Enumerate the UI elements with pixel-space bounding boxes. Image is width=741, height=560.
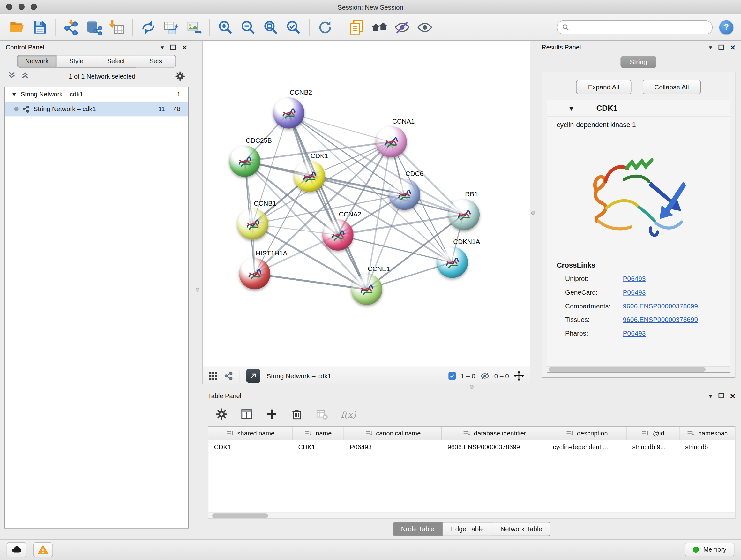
warning-icon[interactable]	[33, 542, 53, 557]
panel-menu-icon[interactable]: ▾	[709, 44, 712, 50]
collapse-section-icon[interactable]: ▼	[568, 105, 575, 112]
expand-all-button[interactable]: Expand All	[576, 80, 631, 94]
tab-sets[interactable]: Sets	[136, 55, 176, 68]
new-network-from-selection-icon[interactable]	[137, 16, 159, 38]
refresh-layout-icon[interactable]	[314, 16, 336, 38]
card-horizontal-scrollbar[interactable]	[547, 366, 730, 372]
hide-selected-icon[interactable]	[391, 16, 414, 38]
tab-edge-table[interactable]: Edge Table	[443, 522, 492, 536]
import-network-file-icon[interactable]	[60, 16, 83, 38]
delete-table-icon-disabled[interactable]	[316, 408, 328, 421]
panel-menu-icon[interactable]: ▾	[709, 393, 712, 399]
table-cell[interactable]: CDK1	[208, 440, 293, 454]
network-node-cdkn1a[interactable]	[436, 247, 468, 278]
network-row[interactable]: String Network – cdk1 11 48	[5, 102, 188, 116]
float-panel-icon[interactable]	[718, 393, 724, 399]
network-collection-row[interactable]: ▼ String Network – cdk1 1	[5, 87, 188, 102]
column-header-name[interactable]: name	[293, 427, 344, 440]
search-input[interactable]	[572, 23, 708, 30]
tab-style[interactable]: Style	[57, 55, 96, 68]
network-node-ccnb2[interactable]	[273, 98, 305, 129]
cloud-status-icon[interactable]	[7, 542, 26, 557]
column-header-namespac[interactable]: namespac	[679, 427, 735, 440]
column-header-shared-name[interactable]: shared name	[208, 427, 293, 440]
scrollbar-thumb[interactable]	[549, 368, 705, 372]
string-tab-badge[interactable]: String	[620, 56, 657, 68]
collapse-all-icon[interactable]	[8, 71, 16, 81]
panel-menu-icon[interactable]: ▾	[161, 44, 164, 50]
network-canvas[interactable]: CCNB2CCNA1CDC25BCDK1CDC6RB1CCNB1CCNA2CDK…	[203, 41, 530, 366]
home-icon[interactable]	[368, 16, 391, 38]
crosslink-value[interactable]: P06493	[623, 274, 726, 282]
zoom-out-icon[interactable]	[237, 16, 259, 38]
splitter-handle[interactable]	[196, 288, 199, 292]
column-header-canonical-name[interactable]: canonical name	[344, 427, 442, 440]
zoom-in-icon[interactable]	[214, 16, 237, 38]
table-row[interactable]: CDK1CDK1P064939606.ENSP00000378699cyclin…	[208, 440, 735, 454]
column-header--id[interactable]: @id	[627, 427, 680, 440]
table-cell[interactable]: stringdb:9...	[627, 440, 680, 454]
table-cell[interactable]: stringdb	[679, 440, 735, 454]
clone-network-icon[interactable]	[160, 16, 183, 38]
network-node-ccna1[interactable]	[376, 126, 407, 158]
minimize-window-button[interactable]	[18, 4, 24, 10]
splitter[interactable]	[202, 384, 741, 389]
table-cell[interactable]: CDK1	[293, 440, 344, 454]
function-builder-icon[interactable]: f(x)	[341, 409, 356, 420]
network-share-icon[interactable]	[224, 371, 233, 381]
network-node-ccne1[interactable]	[351, 273, 382, 305]
crosslink-value[interactable]: P06493	[623, 329, 726, 337]
pan-move-icon[interactable]	[514, 370, 524, 381]
close-panel-icon[interactable]: ×	[730, 391, 735, 400]
crosslink-value[interactable]: P06493	[623, 288, 726, 296]
open-session-icon[interactable]	[6, 16, 28, 38]
close-window-button[interactable]	[6, 4, 12, 10]
memory-button[interactable]: Memory	[685, 543, 734, 557]
zoom-selected-icon[interactable]	[282, 16, 305, 38]
network-node-cdc25b[interactable]	[229, 145, 260, 177]
float-panel-icon[interactable]	[170, 44, 176, 50]
scrollbar-thumb[interactable]	[212, 514, 268, 518]
birds-eye-view-icon[interactable]	[208, 371, 218, 381]
network-node-cdk1[interactable]	[294, 161, 325, 192]
import-table-icon[interactable]	[105, 16, 128, 38]
splitter-handle[interactable]	[531, 211, 535, 214]
splitter[interactable]	[193, 41, 202, 539]
help-icon[interactable]: ?	[719, 20, 733, 34]
show-all-icon[interactable]	[414, 16, 436, 38]
gear-icon[interactable]	[175, 71, 185, 81]
add-column-icon[interactable]	[266, 408, 278, 421]
show-columns-icon[interactable]	[241, 408, 253, 421]
import-network-database-icon[interactable]	[83, 16, 105, 38]
table-horizontal-scrollbar[interactable]	[208, 512, 735, 519]
tab-network[interactable]: Network	[17, 55, 57, 68]
network-node-ccna2[interactable]	[322, 219, 354, 251]
table-settings-gear-icon[interactable]	[215, 408, 228, 421]
column-header-database-identifier[interactable]: database identifier	[442, 427, 547, 440]
tab-node-table[interactable]: Node Table	[393, 522, 443, 536]
table-cell[interactable]: P06493	[344, 440, 442, 454]
open-in-window-icon[interactable]	[246, 368, 260, 382]
network-node-rb1[interactable]	[448, 199, 480, 230]
column-header-description[interactable]: description	[547, 427, 627, 440]
close-panel-icon[interactable]: ×	[730, 43, 735, 52]
tree-expand-icon[interactable]: ▼	[11, 91, 17, 98]
table-cell[interactable]: 9606.ENSP00000378699	[442, 440, 547, 454]
copy-document-icon[interactable]	[346, 16, 368, 38]
splitter[interactable]	[530, 41, 536, 384]
float-panel-icon[interactable]	[718, 44, 724, 50]
network-node-cdc6[interactable]	[389, 179, 420, 210]
tab-select[interactable]: Select	[96, 55, 136, 68]
zoom-window-button[interactable]	[30, 4, 37, 10]
crosslink-value[interactable]: 9606.ENSP00000378699	[623, 316, 726, 323]
collapse-all-button[interactable]: Collapse All	[643, 80, 700, 94]
splitter-handle[interactable]	[470, 385, 474, 388]
network-node-hist1h1a[interactable]	[239, 258, 270, 290]
zoom-fit-icon[interactable]	[259, 16, 282, 38]
save-session-icon[interactable]	[28, 16, 51, 38]
crosslink-value[interactable]: 9606.ENSP00000378699	[623, 302, 726, 310]
tab-network-table[interactable]: Network Table	[492, 522, 551, 536]
table-cell[interactable]: cyclin-dependent ...	[547, 440, 627, 454]
expand-all-icon[interactable]	[21, 71, 29, 81]
network-node-ccnb1[interactable]	[237, 208, 268, 240]
